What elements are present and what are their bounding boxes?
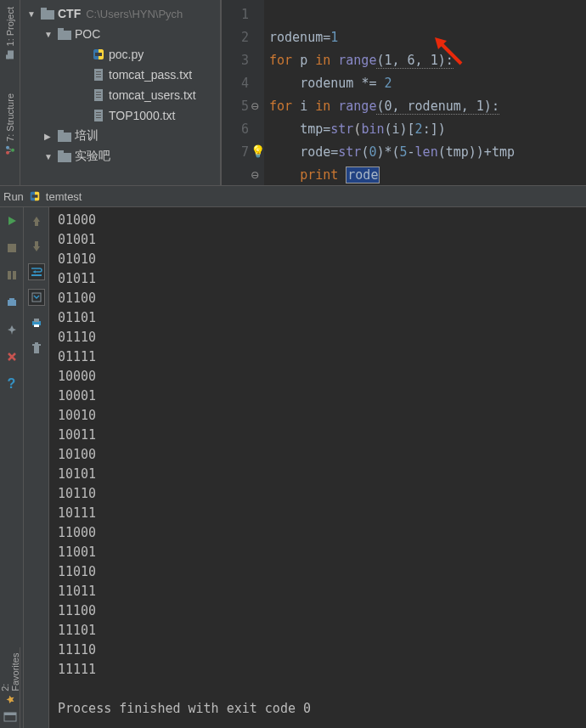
run-label[interactable]: Run: [3, 190, 24, 203]
console-output[interactable]: 01000 01001 01010 01011 01100 01101 0111…: [49, 207, 586, 728]
svg-rect-29: [13, 271, 16, 279]
close-button[interactable]: [3, 348, 20, 365]
svg-rect-17: [96, 94, 101, 95]
soft-wrap-button[interactable]: [28, 263, 45, 280]
tree-label: tomcat_users.txt: [109, 88, 196, 102]
python-file-icon: [92, 48, 105, 61]
svg-rect-10: [58, 28, 64, 31]
folder-icon: [58, 150, 71, 163]
svg-rect-1: [6, 54, 8, 59]
svg-rect-36: [34, 324, 39, 327]
tree-row-poc-py[interactable]: poc.py: [20, 44, 220, 65]
svg-rect-26: [58, 150, 64, 154]
tree-label: TOP1000.txt: [109, 109, 175, 122]
svg-rect-28: [8, 271, 11, 279]
tool-project[interactable]: 1: Project: [5, 7, 15, 59]
tree-row-top1000[interactable]: TOP1000.txt: [20, 105, 220, 126]
svg-rect-30: [8, 300, 16, 306]
left-tool-strip: 1: Project 7: Structure: [0, 0, 20, 185]
svg-rect-7: [41, 10, 54, 20]
tool-favorites[interactable]: 2: Favorites: [0, 647, 20, 704]
project-tree: CTF C:\Users\HYN\Pych POC poc.py: [20, 0, 221, 185]
console-action-bar: [24, 207, 49, 728]
fold-end-icon[interactable]: ⊖: [249, 164, 261, 187]
tree-row-folder-cn2[interactable]: 实验吧: [20, 146, 220, 166]
dump-threads-button[interactable]: [3, 294, 20, 311]
fold-icon[interactable]: ⊖: [249, 95, 261, 118]
left-bottom-tool-strip: 2: Favorites: [0, 647, 20, 728]
svg-rect-8: [41, 8, 47, 11]
stop-button[interactable]: [3, 240, 20, 257]
svg-rect-41: [4, 713, 16, 715]
pin-button[interactable]: [3, 321, 20, 338]
help-button[interactable]: ?: [3, 375, 20, 392]
tree-path: C:\Users\HYN\Pych: [86, 8, 183, 20]
svg-rect-23: [58, 133, 71, 142]
folder-icon: [58, 129, 71, 143]
expand-icon[interactable]: [44, 30, 54, 39]
svg-rect-12: [96, 71, 101, 72]
down-stack-button[interactable]: [28, 238, 45, 255]
svg-point-3: [6, 146, 9, 150]
print-button[interactable]: [28, 314, 45, 331]
svg-rect-27: [8, 244, 16, 252]
code-text[interactable]: rodenum=1 for p in range(1, 6, 1): roden…: [264, 0, 586, 185]
tree-row-tomcat-users[interactable]: tomcat_users.txt: [20, 85, 220, 105]
text-file-icon: [92, 88, 105, 102]
code-editor[interactable]: 1 2 3 4 5 6 7 rodenum=1 for p in range(1…: [221, 0, 586, 185]
svg-rect-32: [31, 274, 42, 276]
svg-rect-21: [96, 115, 101, 116]
svg-rect-13: [96, 74, 101, 75]
svg-rect-35: [34, 319, 39, 322]
svg-rect-31: [9, 298, 14, 301]
text-file-icon: [92, 109, 105, 122]
scroll-to-end-button[interactable]: [28, 289, 45, 306]
svg-rect-20: [96, 112, 101, 113]
svg-rect-14: [96, 76, 101, 77]
up-stack-button[interactable]: [28, 212, 45, 229]
run-config-name[interactable]: temtest: [46, 190, 82, 203]
tool-window-button[interactable]: [2, 709, 19, 725]
svg-point-4: [11, 149, 14, 152]
tree-row-poc[interactable]: POC: [20, 24, 220, 44]
svg-point-2: [6, 151, 9, 155]
tree-label: POC: [75, 27, 100, 41]
svg-rect-25: [58, 153, 71, 162]
expand-icon[interactable]: [44, 132, 54, 141]
svg-rect-39: [35, 342, 38, 344]
tree-row-ctf[interactable]: CTF C:\Users\HYN\Pych: [20, 3, 220, 24]
python-icon: [29, 190, 41, 202]
text-file-icon: [92, 68, 105, 82]
tool-structure[interactable]: 7: Structure: [5, 93, 15, 155]
svg-rect-22: [96, 117, 101, 118]
folder-icon: [41, 7, 54, 20]
tree-label: poc.py: [109, 48, 144, 61]
svg-rect-9: [58, 31, 71, 40]
svg-rect-38: [32, 344, 41, 346]
svg-rect-18: [96, 97, 101, 98]
svg-rect-16: [96, 92, 101, 93]
clear-all-button[interactable]: [28, 340, 45, 357]
tree-label: tomcat_pass.txt: [109, 68, 192, 82]
expand-icon[interactable]: [44, 152, 54, 161]
tree-label: CTF: [58, 7, 81, 20]
folder-icon: [58, 27, 71, 41]
pause-button[interactable]: [3, 267, 20, 284]
tree-label: 培训: [75, 128, 99, 144]
tree-row-folder-cn1[interactable]: 培训: [20, 126, 220, 146]
rerun-button[interactable]: [3, 212, 20, 229]
svg-rect-37: [34, 346, 39, 353]
tree-row-tomcat-pass[interactable]: tomcat_pass.txt: [20, 65, 220, 85]
tree-label: 实验吧: [75, 149, 110, 164]
lightbulb-icon[interactable]: 💡: [251, 140, 265, 163]
expand-icon[interactable]: [27, 9, 37, 19]
svg-rect-24: [58, 130, 64, 133]
